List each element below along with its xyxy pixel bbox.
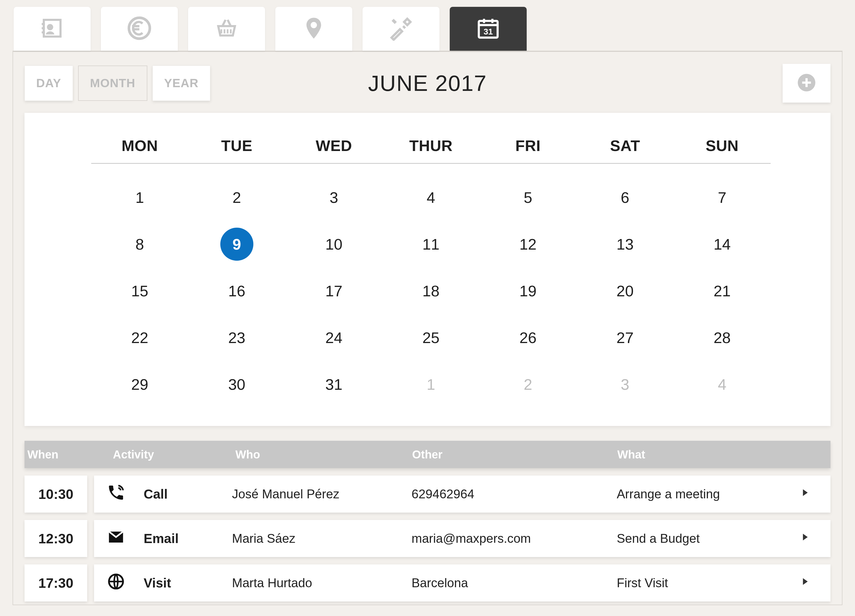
calendar-grid: MON TUE WED THUR FRI SAT SUN 12345678910… <box>25 113 830 426</box>
calendar-day[interactable]: 17 <box>285 268 383 314</box>
calendar-day[interactable]: 18 <box>383 268 480 314</box>
weekday-mon: MON <box>91 137 188 155</box>
calendar-day[interactable]: 31 <box>285 361 383 408</box>
svg-text:31: 31 <box>484 27 493 36</box>
calendar-day[interactable]: 24 <box>285 314 383 361</box>
calendar-day[interactable]: 14 <box>673 221 771 268</box>
calendar-day[interactable]: 19 <box>480 268 576 314</box>
weekday-tue: TUE <box>188 137 286 155</box>
event-other: maria@maxpers.com <box>412 532 617 546</box>
calendar-day[interactable]: 29 <box>91 361 188 408</box>
event-who: Maria Sáez <box>232 532 412 546</box>
svg-rect-2 <box>41 27 45 29</box>
calendar-day[interactable]: 27 <box>576 314 674 361</box>
calendar-day[interactable]: 9 <box>188 221 286 268</box>
event-row[interactable]: CallJosé Manuel Pérez629462964Arrange a … <box>94 475 830 513</box>
event-row-container: 12:30EmailMaria Sáezmaria@maxpers.comSen… <box>25 520 830 557</box>
event-time[interactable]: 17:30 <box>25 564 87 601</box>
svg-point-0 <box>47 24 53 30</box>
view-row: DAY MONTH YEAR JUNE 2017 <box>25 60 830 107</box>
calendar-day[interactable]: 12 <box>480 221 576 268</box>
calendar-days: 1234567891011121314151617181920212223242… <box>91 164 771 408</box>
pin-icon <box>301 16 326 42</box>
event-row-container: 17:30VisitMarta HurtadoBarcelonaFirst Vi… <box>25 564 830 601</box>
chevron-right-icon[interactable] <box>799 487 825 501</box>
billing-tab[interactable] <box>101 7 178 51</box>
calendar-day[interactable]: 2 <box>188 174 286 221</box>
calendar-day[interactable]: 16 <box>188 268 286 314</box>
calendar-day[interactable]: 20 <box>576 268 674 314</box>
events-header: When Activity Who Other What <box>25 441 830 468</box>
event-activity: Email <box>144 531 232 546</box>
mail-icon <box>107 528 144 549</box>
calendar-day-selected[interactable]: 9 <box>220 228 253 261</box>
calendar-day[interactable]: 7 <box>673 174 771 221</box>
chevron-right-icon[interactable] <box>799 576 825 590</box>
euro-icon <box>127 16 152 42</box>
col-what: What <box>617 448 822 461</box>
event-other: Barcelona <box>412 576 617 590</box>
calendar-day[interactable]: 28 <box>673 314 771 361</box>
view-year-button[interactable]: YEAR <box>152 66 210 101</box>
view-switcher: DAY MONTH YEAR <box>25 66 210 101</box>
calendar-day[interactable]: 4 <box>383 174 480 221</box>
calendar-day[interactable]: 25 <box>383 314 480 361</box>
calendar-day[interactable]: 2 <box>480 361 576 408</box>
event-row-container: 10:30CallJosé Manuel Pérez629462964Arran… <box>25 475 830 513</box>
tools-tab[interactable] <box>363 7 440 51</box>
calendar-day[interactable]: 3 <box>576 361 674 408</box>
calendar-day[interactable]: 1 <box>383 361 480 408</box>
orders-tab[interactable] <box>188 7 265 51</box>
calendar-day[interactable]: 15 <box>91 268 188 314</box>
globe-icon <box>107 572 144 594</box>
phone-icon <box>107 483 144 505</box>
chevron-right-icon[interactable] <box>799 532 825 546</box>
calendar-day[interactable]: 10 <box>285 221 383 268</box>
calendar-day[interactable]: 1 <box>91 174 188 221</box>
event-what: First Visit <box>617 576 799 590</box>
view-month-button[interactable]: MONTH <box>78 66 147 101</box>
event-row[interactable]: EmailMaria Sáezmaria@maxpers.comSend a B… <box>94 520 830 557</box>
event-activity: Call <box>144 486 232 502</box>
weekday-wed: WED <box>285 137 383 155</box>
calendar-day[interactable]: 11 <box>383 221 480 268</box>
event-other: 629462964 <box>412 487 617 501</box>
weekday-fri: FRI <box>480 137 576 155</box>
calendar-day[interactable]: 5 <box>480 174 576 221</box>
event-row[interactable]: VisitMarta HurtadoBarcelonaFirst Visit <box>94 564 830 601</box>
calendar-day[interactable]: 4 <box>673 361 771 408</box>
calendar-day[interactable]: 22 <box>91 314 188 361</box>
col-who: Who <box>235 448 412 461</box>
weekday-sun: SUN <box>673 137 771 155</box>
calendar-day[interactable]: 23 <box>188 314 286 361</box>
calendar-day[interactable]: 6 <box>576 174 674 221</box>
event-time[interactable]: 10:30 <box>25 475 87 513</box>
event-who: Marta Hurtado <box>232 576 412 590</box>
calendar-day[interactable]: 26 <box>480 314 576 361</box>
view-day-button[interactable]: DAY <box>25 66 73 101</box>
calendar-tab[interactable]: 31 <box>450 7 527 51</box>
calendar-day[interactable]: 21 <box>673 268 771 314</box>
svg-rect-1 <box>41 23 45 25</box>
col-activity: Activity <box>113 448 235 461</box>
calendar-day[interactable]: 3 <box>285 174 383 221</box>
events-section: When Activity Who Other What 10:30CallJo… <box>25 441 830 601</box>
contacts-tab[interactable] <box>14 7 90 51</box>
calendar-day[interactable]: 8 <box>91 221 188 268</box>
contact-card-icon <box>40 16 65 42</box>
calendar-panel: DAY MONTH YEAR JUNE 2017 MON TUE WED THU… <box>12 51 843 605</box>
event-what: Arrange a meeting <box>617 487 799 501</box>
calendar-weekday-header: MON TUE WED THUR FRI SAT SUN <box>91 131 771 164</box>
weekday-sat: SAT <box>576 137 674 155</box>
tools-icon <box>388 16 414 42</box>
add-event-button[interactable] <box>783 64 830 103</box>
weekday-thur: THUR <box>383 137 480 155</box>
locations-tab[interactable] <box>275 7 352 51</box>
event-activity: Visit <box>144 575 232 591</box>
event-time[interactable]: 12:30 <box>25 520 87 557</box>
basket-icon <box>214 16 239 42</box>
top-tabbar: 31 <box>12 7 843 51</box>
event-what: Send a Budget <box>617 532 799 546</box>
calendar-day[interactable]: 30 <box>188 361 286 408</box>
calendar-day[interactable]: 13 <box>576 221 674 268</box>
